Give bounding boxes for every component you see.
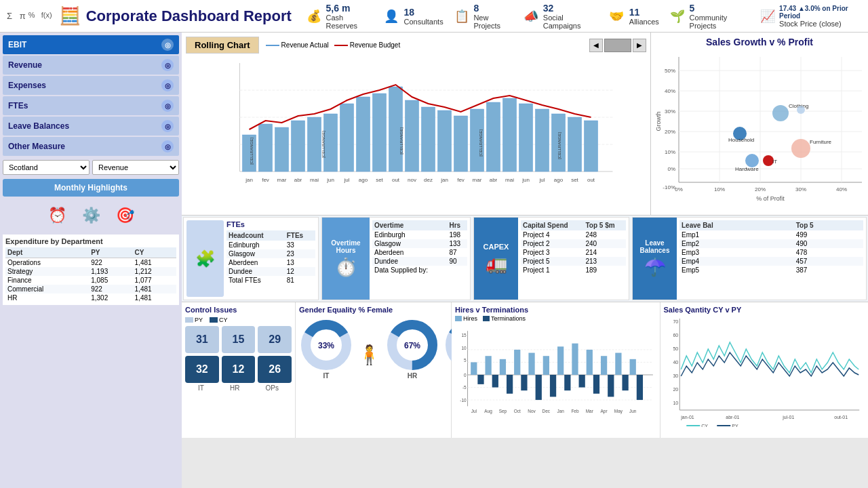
svg-rect-17 bbox=[438, 110, 452, 171]
svg-text:jul-01: jul-01 bbox=[782, 415, 794, 420]
svg-rect-15 bbox=[406, 100, 419, 171]
capex-row: Project 4248 bbox=[521, 230, 626, 239]
kpi-social: 📣 32 Social Campaigns bbox=[522, 3, 597, 30]
svg-rect-21 bbox=[503, 98, 517, 171]
umbrella-icon: ☂️ bbox=[644, 257, 666, 278]
terms-label: Terminations bbox=[491, 315, 526, 322]
header: Σ π % f(x) 🧮 Corporate Dashboard Report … bbox=[0, 0, 868, 33]
capex-project: Project 3 bbox=[521, 248, 583, 257]
sidebar-item-revenue[interactable]: Revenue ◎ bbox=[3, 56, 179, 75]
fte-col2: FTEs bbox=[285, 230, 315, 241]
svg-text:67%: 67% bbox=[404, 341, 420, 350]
svg-rect-128 bbox=[536, 375, 542, 400]
overtime-row: Aberdeen87 bbox=[372, 248, 467, 257]
monthly-highlights-button[interactable]: Monthly Highlights bbox=[3, 179, 179, 197]
svg-rect-126 bbox=[507, 375, 513, 394]
dept-cell: Commercial bbox=[5, 285, 89, 293]
capex-row: Project 5213 bbox=[521, 257, 626, 266]
prev-arrow[interactable]: ◀ bbox=[589, 39, 603, 52]
rolling-chart-svg: jan fev mar abr mai jun jul ago set out … bbox=[186, 56, 646, 199]
svg-point-80 bbox=[772, 105, 789, 121]
leave-bal: 490 bbox=[794, 239, 863, 248]
ot-hrs: 87 bbox=[447, 248, 467, 257]
dept-cell: Operations bbox=[5, 258, 89, 268]
svg-rect-18 bbox=[454, 116, 468, 171]
svg-text:IT: IT bbox=[772, 159, 777, 165]
leave-blue-panel: Leave Balances ☂️ bbox=[633, 218, 677, 300]
legend-budget: Revenue Budget bbox=[334, 41, 401, 49]
control-cell: 26 bbox=[258, 356, 292, 383]
scroll-bar[interactable] bbox=[604, 39, 631, 52]
dept-table-row: Strategy1,1931,212 bbox=[5, 267, 176, 276]
sidebar-item-ebit[interactable]: EBIT ◎ bbox=[3, 35, 179, 54]
svg-rect-132 bbox=[593, 375, 599, 394]
svg-text:10: 10 bbox=[461, 346, 467, 350]
kpi-stock: 📈 17.43 ▲3.0% on Prior Period Stock Pric… bbox=[758, 5, 861, 28]
legend-budget-label: Revenue Budget bbox=[350, 41, 401, 49]
svg-text:jun: jun bbox=[521, 177, 530, 183]
donut-it: 33% IT bbox=[299, 318, 353, 380]
dept-cell: Finance bbox=[5, 276, 89, 285]
hires-title: Hires v Terminations bbox=[455, 306, 656, 314]
cy-cell: 1,481 bbox=[133, 293, 176, 302]
community-icon: 🌱 bbox=[669, 6, 687, 26]
svg-text:0%: 0% bbox=[667, 166, 675, 172]
projects-icon: 📋 bbox=[453, 6, 471, 26]
fte-card: 🧩 FTEs Headcount FTEs Edinburgh33Glasgow… bbox=[183, 217, 319, 300]
svg-text:Mar: Mar bbox=[586, 409, 594, 413]
sidebar-item-ftes[interactable]: FTEs ◎ bbox=[3, 96, 179, 115]
control-cell: 31 bbox=[185, 326, 219, 353]
sidebar-label-ebit: EBIT bbox=[8, 40, 26, 49]
svg-rect-25 bbox=[568, 117, 582, 171]
nav-arrows: ◀ ▶ bbox=[589, 39, 646, 52]
svg-text:10: 10 bbox=[673, 401, 678, 405]
leave-row: Emp5387 bbox=[679, 266, 863, 274]
fte-table-wrap: FTEs Headcount FTEs Edinburgh33Glasgow23… bbox=[226, 220, 315, 297]
svg-text:Furniture: Furniture bbox=[810, 139, 832, 145]
svg-text:mar: mar bbox=[277, 177, 287, 183]
kpi-community: 🌱 5 Community Projects bbox=[669, 3, 749, 30]
svg-rect-131 bbox=[579, 375, 585, 388]
leave-row: Emp4457 bbox=[679, 257, 863, 266]
leave-emp: Emp3 bbox=[679, 248, 794, 257]
svg-rect-20 bbox=[487, 102, 500, 171]
sales-qty-title: Sales Qantity CY v PY bbox=[664, 306, 865, 314]
svg-text:jul: jul bbox=[538, 177, 545, 183]
capex-project: Project 2 bbox=[521, 239, 583, 248]
control-cell: 29 bbox=[258, 326, 292, 353]
sales-growth-title: Sales Growth v % Profit bbox=[655, 37, 864, 47]
sidebar-item-other[interactable]: Other Measure ◎ bbox=[3, 137, 179, 156]
hires-panel: Hires v Terminations Hires Terminations bbox=[452, 302, 660, 438]
svg-text:70: 70 bbox=[673, 319, 678, 324]
ot-location: Glasgow bbox=[372, 239, 447, 248]
svg-text:40%: 40% bbox=[665, 88, 675, 94]
svg-text:set: set bbox=[376, 177, 383, 183]
svg-text:50: 50 bbox=[673, 346, 678, 351]
sidebar-item-leave[interactable]: Leave Balances ◎ bbox=[3, 117, 179, 136]
kpi-alliances: 🤝 11 Alliances bbox=[606, 6, 659, 26]
main-layout: EBIT ◎ Revenue ◎ Expenses ◎ FTEs ◎ Leave… bbox=[0, 33, 868, 488]
leave-title: Leave Balances bbox=[635, 239, 674, 254]
ot-location: Aberdeen bbox=[372, 248, 447, 257]
svg-text:out: out bbox=[392, 177, 400, 183]
svg-text:jul: jul bbox=[343, 177, 349, 183]
kpi-cash: 💰 5,6 m Cash Reserves bbox=[305, 3, 372, 30]
svg-text:abr-01: abr-01 bbox=[726, 415, 739, 420]
sidebar-item-expenses[interactable]: Expenses ◎ bbox=[3, 76, 179, 95]
svg-text:dez: dez bbox=[424, 177, 433, 183]
svg-text:[CELLRANGE]: [CELLRANGE] bbox=[250, 138, 254, 165]
kpi-social-label: Social Campaigns bbox=[543, 14, 597, 30]
svg-text:20%: 20% bbox=[755, 186, 766, 192]
py-cell: 1,193 bbox=[89, 267, 132, 276]
region-filter[interactable]: Scotland bbox=[3, 160, 90, 175]
clock-icon: ⏱️ bbox=[335, 257, 357, 278]
svg-rect-115 bbox=[514, 350, 520, 375]
svg-text:Dec: Dec bbox=[542, 409, 551, 413]
svg-text:Sep: Sep bbox=[499, 409, 507, 414]
next-arrow[interactable]: ▶ bbox=[633, 39, 646, 52]
measure-filter[interactable]: Revenue bbox=[92, 160, 179, 175]
svg-text:30%: 30% bbox=[795, 186, 806, 192]
svg-text:mai: mai bbox=[505, 177, 514, 183]
donut-hr: 67% HR bbox=[385, 318, 439, 380]
control-grid: 311529321226 bbox=[185, 326, 292, 383]
